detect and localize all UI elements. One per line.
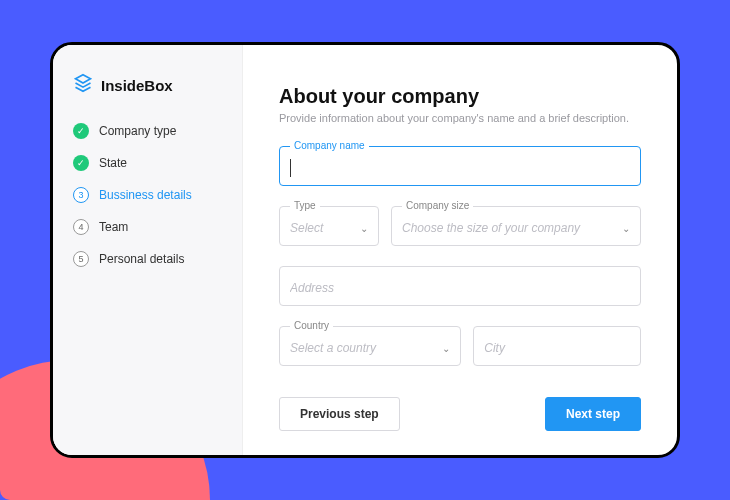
next-step-button[interactable]: Next step [545,397,641,431]
address-field[interactable] [279,266,641,306]
company-size-select[interactable]: Company size Choose the size of your com… [391,206,641,246]
country-placeholder: Select a country [290,341,436,355]
check-icon: ✓ [73,123,89,139]
chevron-down-icon: ⌄ [622,223,630,234]
page-title: About your company [279,85,641,108]
form-actions: Previous step Next step [279,389,641,431]
previous-step-button[interactable]: Previous step [279,397,400,431]
step-label: Bussiness details [99,188,192,202]
step-label: Personal details [99,252,184,266]
address-input[interactable] [290,281,630,295]
chevron-down-icon: ⌄ [442,343,450,354]
city-input[interactable] [484,341,630,355]
check-icon: ✓ [73,155,89,171]
step-label: Team [99,220,128,234]
main-content: About your company Provide information a… [243,45,677,455]
step-list: ✓Company type✓State3Bussiness details4Te… [73,123,222,267]
step-label: Company type [99,124,176,138]
step-number-badge: 5 [73,251,89,267]
chevron-down-icon: ⌄ [360,223,368,234]
brand-logo-icon [73,73,93,97]
app-window: InsideBox ✓Company type✓State3Bussiness … [50,42,680,458]
type-placeholder: Select [290,221,354,235]
sidebar: InsideBox ✓Company type✓State3Bussiness … [53,45,243,455]
company-size-placeholder: Choose the size of your company [402,221,616,235]
step-item[interactable]: 3Bussiness details [73,187,222,203]
country-label: Country [290,320,333,331]
type-label: Type [290,200,320,211]
step-item[interactable]: ✓State [73,155,222,171]
company-size-label: Company size [402,200,473,211]
type-select[interactable]: Type Select ⌄ [279,206,379,246]
company-name-field[interactable]: Company name [279,146,641,186]
brand: InsideBox [73,73,222,97]
step-number-badge: 3 [73,187,89,203]
step-item[interactable]: ✓Company type [73,123,222,139]
company-name-label: Company name [290,140,369,151]
country-select[interactable]: Country Select a country ⌄ [279,326,461,366]
step-item[interactable]: 4Team [73,219,222,235]
step-item[interactable]: 5Personal details [73,251,222,267]
step-label: State [99,156,127,170]
brand-name: InsideBox [101,77,173,94]
step-number-badge: 4 [73,219,89,235]
city-field[interactable] [473,326,641,366]
company-name-input[interactable] [291,161,630,175]
page-subtitle: Provide information about your company's… [279,112,641,124]
